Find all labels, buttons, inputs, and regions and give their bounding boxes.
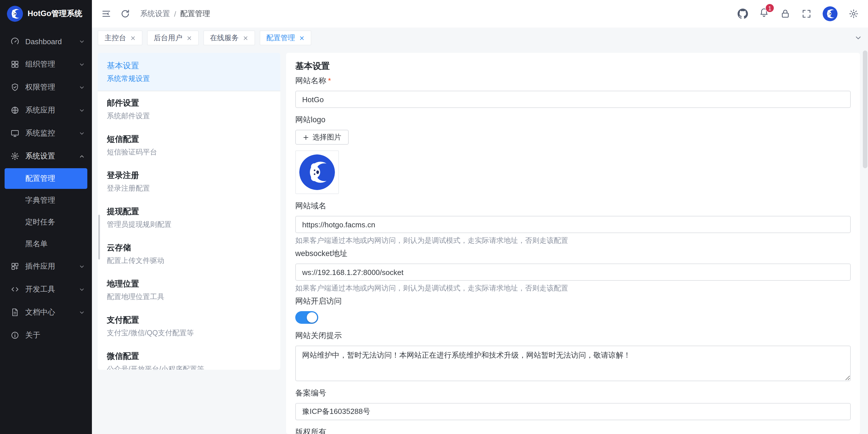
- refresh-icon[interactable]: [120, 9, 130, 19]
- fullscreen-icon[interactable]: [801, 9, 812, 19]
- sidebar-item-system-settings[interactable]: 系统设置: [0, 145, 92, 168]
- sidebar-item-dev-tools[interactable]: 开发工具: [0, 278, 92, 301]
- sidebar-item-about[interactable]: 关于: [0, 324, 92, 347]
- site-domain-input[interactable]: [295, 216, 851, 233]
- page-scrollbar-thumb[interactable]: [863, 51, 867, 168]
- tab-config-management[interactable]: 配置管理: [259, 30, 311, 45]
- choose-image-button[interactable]: 选择图片: [295, 130, 349, 145]
- settings-nav-subtitle: 登录注册配置: [107, 184, 271, 193]
- chevron-up-icon: [79, 153, 85, 159]
- header-actions: 1: [738, 6, 859, 21]
- settings-nav-subtitle: 配置上传文件驱动: [107, 256, 271, 265]
- required-asterisk: *: [328, 76, 331, 86]
- monitor-icon: [10, 129, 20, 138]
- chevron-down-icon: [79, 309, 85, 315]
- chevron-down-icon: [79, 286, 85, 293]
- site-open-label: 网站开启访问: [295, 296, 851, 306]
- settings-nav-login-register[interactable]: 登录注册 登录注册配置: [98, 164, 280, 200]
- settings-nav-title: 基本设置: [107, 60, 271, 71]
- websocket-input[interactable]: [295, 264, 851, 281]
- header: 系统设置 / 配置管理 1: [92, 0, 868, 28]
- tab-admin-users[interactable]: 后台用户: [147, 30, 198, 45]
- code-icon: [10, 285, 20, 294]
- app-root: HotGo管理系统 Dashboard 组织管理 权限管理 系统应用: [0, 0, 868, 434]
- settings-nav-email[interactable]: 邮件设置 系统邮件设置: [98, 91, 280, 128]
- toggle-knob: [307, 312, 317, 323]
- sidebar-item-label: 组织管理: [25, 59, 73, 69]
- settings-nav-wechat[interactable]: 微信配置 公众号/开放平台/小程序配置等: [98, 344, 280, 370]
- chevron-down-icon: [79, 38, 85, 44]
- sidebar-subitem-cron-tasks[interactable]: 定时任务: [0, 211, 92, 233]
- notifications-button[interactable]: 1: [759, 7, 769, 20]
- settings-nav-cloud-storage[interactable]: 云存储 配置上传文件驱动: [98, 236, 280, 272]
- sidebar-subitem-blacklist[interactable]: 黑名单: [0, 233, 92, 255]
- globe-icon: [10, 106, 20, 115]
- settings-nav-title: 地理位置: [107, 278, 271, 289]
- chevron-down-icon: [79, 107, 85, 113]
- tab-label: 配置管理: [266, 33, 295, 43]
- sidebar-subitem-dictionary[interactable]: 字典管理: [0, 190, 92, 211]
- tab-bar: 主控台 后台用户 在线服务 配置管理: [92, 28, 868, 48]
- settings-nav-scrollbar[interactable]: [98, 215, 100, 260]
- site-name-input[interactable]: [295, 91, 851, 108]
- tab-console[interactable]: 主控台: [98, 30, 142, 45]
- app-logo-row[interactable]: HotGo管理系统: [0, 0, 92, 28]
- plugin-icon: [10, 262, 20, 271]
- tab-label: 后台用户: [154, 33, 182, 43]
- main-column: 系统设置 / 配置管理 1 主控台: [92, 0, 868, 434]
- sidebar-item-plugins[interactable]: 插件应用: [0, 255, 92, 278]
- sidebar-item-organization[interactable]: 组织管理: [0, 53, 92, 76]
- sidebar: HotGo管理系统 Dashboard 组织管理 权限管理 系统应用: [0, 0, 92, 434]
- sidebar-subitem-label: 黑名单: [25, 239, 48, 249]
- breadcrumb: 系统设置 / 配置管理: [140, 9, 210, 19]
- settings-nav-payment[interactable]: 支付配置 支付宝/微信/QQ支付配置等: [98, 308, 280, 344]
- menu-fold-icon[interactable]: [101, 9, 112, 19]
- settings-nav-subtitle: 支付宝/微信/QQ支付配置等: [107, 328, 271, 338]
- site-open-toggle[interactable]: [295, 311, 318, 324]
- shield-icon: [10, 83, 20, 92]
- tab-online-service[interactable]: 在线服务: [203, 30, 255, 45]
- close-icon[interactable]: [186, 35, 192, 40]
- sidebar-item-docs[interactable]: 文档中心: [0, 301, 92, 324]
- label-text: 备案编号: [295, 388, 326, 398]
- copyright-label: 版权所有: [295, 427, 851, 434]
- settings-nav-basic[interactable]: 基本设置 系统常规设置: [98, 53, 280, 91]
- sidebar-item-dashboard[interactable]: Dashboard: [0, 30, 92, 53]
- tab-options-chevron-icon[interactable]: [854, 34, 862, 42]
- sidebar-item-label: Dashboard: [25, 37, 73, 46]
- dashboard-icon: [10, 37, 20, 46]
- settings-nav-title: 云存储: [107, 242, 271, 253]
- close-icon[interactable]: [243, 35, 248, 40]
- settings-nav-geolocation[interactable]: 地理位置 配置地理位置工具: [98, 272, 280, 308]
- settings-nav-title: 提现配置: [107, 206, 271, 216]
- avatar[interactable]: [823, 6, 838, 21]
- icp-input[interactable]: [295, 403, 851, 420]
- sidebar-item-system-monitor[interactable]: 系统监控: [0, 122, 92, 145]
- breadcrumb-parent[interactable]: 系统设置: [140, 9, 170, 19]
- settings-nav-sms[interactable]: 短信配置 短信验证码平台: [98, 128, 280, 164]
- site-domain-label: 网站域名: [295, 201, 851, 211]
- settings-nav-subtitle: 管理员提现规则配置: [107, 220, 271, 229]
- sidebar-item-system-apps[interactable]: 系统应用: [0, 99, 92, 122]
- settings-gear-icon[interactable]: [848, 9, 859, 19]
- settings-nav-title: 微信配置: [107, 351, 271, 361]
- sidebar-subitem-config-management[interactable]: 配置管理: [5, 168, 87, 189]
- sidebar-item-label: 关于: [25, 330, 85, 340]
- settings-nav-subtitle: 配置地理位置工具: [107, 292, 271, 301]
- settings-nav-withdraw[interactable]: 提现配置 管理员提现规则配置: [98, 200, 280, 236]
- label-text: 网站logo: [295, 115, 326, 125]
- site-logo-preview[interactable]: [295, 151, 339, 194]
- label-text: 网站域名: [295, 201, 326, 211]
- app-title: HotGo管理系统: [28, 9, 83, 19]
- lock-icon[interactable]: [780, 9, 790, 19]
- sidebar-item-label: 文档中心: [25, 307, 73, 318]
- sidebar-item-permissions[interactable]: 权限管理: [0, 76, 92, 99]
- close-tip-textarea[interactable]: 网站维护中，暂时无法访问！本网站正在进行系统维护和技术升级，网站暂时无法访问，敬…: [295, 345, 851, 381]
- content-area: 基本设置 系统常规设置 邮件设置 系统邮件设置 短信配置 短信验证码平台 登录注…: [92, 48, 868, 434]
- close-icon[interactable]: [299, 35, 304, 40]
- close-icon[interactable]: [130, 35, 135, 40]
- sidebar-item-label: 插件应用: [25, 261, 73, 271]
- document-icon: [10, 308, 20, 317]
- settings-nav-title: 登录注册: [107, 170, 271, 180]
- github-icon[interactable]: [738, 9, 748, 19]
